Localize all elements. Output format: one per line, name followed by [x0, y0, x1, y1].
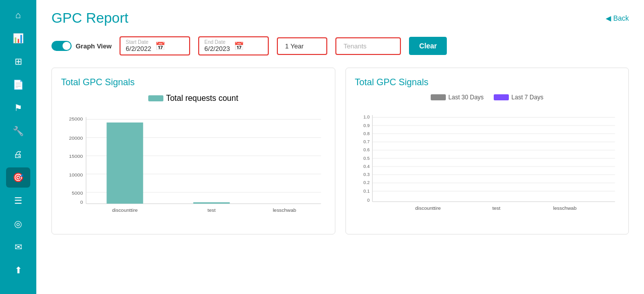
end-date-inner: End Date 6/2/2023 — [204, 39, 230, 52]
svg-text:0: 0 — [80, 199, 83, 205]
list-icon: ☰ — [14, 195, 22, 206]
year-field[interactable]: 1 Year — [277, 37, 327, 55]
left-chart-svg: 25000 20000 15000 10000 5000 0 — [61, 107, 326, 223]
legend-7days-label: Last 7 Days — [511, 94, 543, 101]
page-title: GPC Report — [51, 10, 129, 26]
sidebar-item-chart[interactable]: 📊 — [6, 28, 30, 48]
end-date-calendar-icon[interactable]: 📅 — [234, 41, 244, 51]
clear-button[interactable]: Clear — [409, 37, 447, 55]
svg-text:lesschwab: lesschwab — [273, 207, 297, 213]
start-date-calendar-icon[interactable]: 📅 — [155, 41, 165, 51]
right-legend-30days: Last 30 Days — [431, 94, 484, 101]
left-chart-title: Total GPC Signals — [61, 77, 326, 88]
charts-row: Total GPC Signals Total requests count 2… — [51, 68, 629, 234]
right-chart-svg: 1.0 0.9 0.8 0.7 0.6 0.5 0.4 0.3 0.2 0.1 … — [355, 105, 620, 221]
tools-icon: 🔧 — [13, 126, 24, 137]
svg-text:discounttire: discounttire — [415, 205, 441, 211]
graph-view-toggle: Graph View — [51, 41, 111, 51]
graph-view-switch[interactable] — [51, 41, 72, 51]
chart-icon: 📊 — [13, 33, 24, 44]
svg-text:0.3: 0.3 — [363, 172, 370, 177]
sidebar-item-target[interactable]: 🎯 — [6, 167, 30, 188]
sidebar-item-list[interactable]: ☰ — [6, 191, 30, 211]
legend-30days-label: Last 30 Days — [448, 94, 484, 101]
sidebar-item-grid[interactable]: ⊞ — [6, 51, 30, 72]
left-chart-legend: Total requests count — [148, 94, 238, 103]
circle-icon: ◎ — [14, 218, 22, 229]
graph-view-label: Graph View — [76, 42, 111, 50]
svg-text:0.7: 0.7 — [363, 139, 370, 144]
mail-icon: ✉ — [15, 242, 22, 253]
end-date-field[interactable]: End Date 6/2/2023 📅 — [198, 36, 269, 55]
svg-text:0.4: 0.4 — [363, 164, 370, 169]
svg-text:test: test — [207, 207, 215, 213]
sidebar-item-print[interactable]: 🖨 — [6, 144, 30, 164]
sidebar-item-upload[interactable]: ⬆ — [6, 260, 30, 280]
target-icon: 🎯 — [13, 172, 24, 183]
svg-text:0.1: 0.1 — [363, 189, 370, 194]
bar-test — [193, 202, 229, 204]
sidebar-item-document[interactable]: 📄 — [6, 75, 30, 95]
end-date-label: End Date — [204, 39, 230, 45]
sidebar-item-circle[interactable]: ◎ — [6, 214, 30, 234]
tenants-placeholder: Tenants — [343, 42, 367, 50]
grid-icon: ⊞ — [15, 56, 22, 67]
left-legend-color — [148, 95, 163, 101]
print-icon: 🖨 — [14, 149, 23, 160]
sidebar: ⌂ 📊 ⊞ 📄 ⚑ 🔧 🖨 🎯 ☰ ◎ ✉ ⬆ — [0, 0, 36, 294]
svg-text:0.8: 0.8 — [363, 131, 370, 136]
svg-text:0.2: 0.2 — [363, 181, 370, 186]
start-date-field[interactable]: Start Date 6/2/2022 📅 — [120, 36, 190, 55]
svg-text:0.5: 0.5 — [363, 156, 370, 161]
start-date-inner: Start Date 6/2/2022 — [126, 39, 151, 52]
legend-7days-color — [494, 94, 509, 100]
start-date-label: Start Date — [126, 39, 151, 45]
left-chart-card: Total GPC Signals Total requests count 2… — [51, 68, 335, 234]
document-icon: 📄 — [13, 79, 24, 90]
legend-30days-color — [431, 94, 446, 100]
right-legend-7days: Last 7 Days — [494, 94, 543, 101]
svg-text:0: 0 — [367, 198, 369, 203]
right-chart-title: Total GPC Signals — [355, 77, 620, 88]
svg-text:25000: 25000 — [69, 116, 83, 122]
svg-text:0.9: 0.9 — [363, 123, 370, 128]
svg-text:10000: 10000 — [69, 172, 83, 178]
year-value: 1 Year — [285, 42, 304, 50]
page-header: GPC Report ◀ Back — [51, 10, 629, 26]
back-label: Back — [613, 14, 629, 22]
start-date-value: 6/2/2022 — [126, 45, 151, 52]
sidebar-item-tools[interactable]: 🔧 — [6, 121, 30, 141]
sidebar-item-mail[interactable]: ✉ — [6, 237, 30, 257]
svg-text:discounttire: discounttire — [112, 207, 138, 213]
back-link[interactable]: ◀ Back — [606, 14, 629, 22]
upload-icon: ⬆ — [15, 265, 22, 276]
svg-text:lesschwab: lesschwab — [553, 205, 576, 211]
back-arrow-icon: ◀ — [606, 14, 611, 22]
svg-text:20000: 20000 — [69, 135, 83, 141]
svg-text:test: test — [492, 205, 500, 211]
filter-bar: Graph View Start Date 6/2/2022 📅 End Dat… — [51, 36, 629, 55]
home-icon: ⌂ — [16, 10, 21, 21]
left-legend-label: Total requests count — [166, 94, 238, 103]
end-date-value: 6/2/2023 — [204, 45, 230, 52]
svg-text:0.6: 0.6 — [363, 147, 370, 152]
svg-text:15000: 15000 — [69, 153, 83, 159]
tenants-field[interactable]: Tenants — [335, 37, 401, 55]
main-content: GPC Report ◀ Back Graph View Start Date … — [36, 0, 644, 294]
sidebar-item-home[interactable]: ⌂ — [6, 5, 30, 25]
flag-icon: ⚑ — [14, 102, 22, 113]
bar-discounttire — [106, 123, 143, 204]
svg-text:5000: 5000 — [72, 190, 83, 196]
right-chart-card: Total GPC Signals Last 30 Days Last 7 Da… — [345, 68, 629, 234]
sidebar-item-flag[interactable]: ⚑ — [6, 98, 30, 118]
svg-text:1.0: 1.0 — [363, 114, 370, 120]
